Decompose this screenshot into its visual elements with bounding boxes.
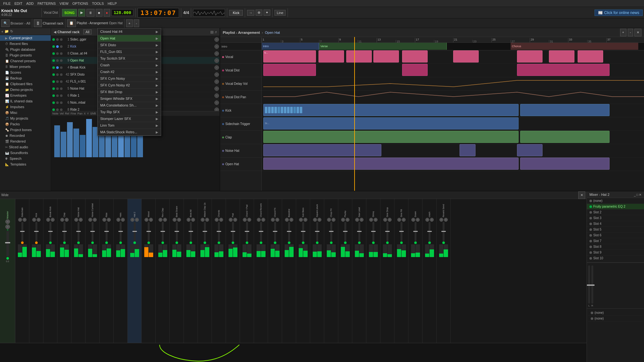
eq-slot-5[interactable]: Slot 5 bbox=[587, 227, 644, 233]
sidebar-item-envelopes[interactable]: 📈 Envelopes bbox=[0, 92, 51, 98]
sidebar-item-my-projects[interactable]: 🎵 My projects bbox=[0, 115, 51, 121]
strip-knob[interactable] bbox=[145, 218, 148, 222]
open-hat-clip[interactable] bbox=[263, 158, 519, 170]
strip-knob2[interactable] bbox=[346, 218, 349, 222]
mixer-strip-sidechain[interactable]: Sidechain bbox=[15, 199, 29, 343]
vocal-clip8[interactable] bbox=[549, 50, 574, 63]
sidebar-item-backup[interactable]: 💾 Backup bbox=[0, 75, 51, 81]
ch-knob[interactable] bbox=[214, 65, 219, 70]
strip-knob2[interactable] bbox=[360, 218, 363, 222]
strip-knob2[interactable] bbox=[416, 218, 420, 222]
fader-track[interactable] bbox=[120, 222, 122, 241]
strip-knob2[interactable] bbox=[79, 218, 83, 222]
dd-item-toy-scritch[interactable]: Toy Scritch SFX ▶ bbox=[98, 55, 161, 62]
fader-track[interactable] bbox=[35, 222, 37, 241]
eq-slot-7[interactable]: Slot 7 bbox=[587, 238, 644, 244]
strip-knob[interactable] bbox=[159, 218, 162, 222]
strip-knob2[interactable] bbox=[430, 218, 434, 222]
vocal-clip9[interactable] bbox=[578, 50, 603, 63]
strip-knob2[interactable] bbox=[177, 218, 181, 222]
dd-item-sfx-cym-noisy[interactable]: SFX Cym Noisy ▶ bbox=[98, 75, 161, 82]
fader-track[interactable] bbox=[429, 222, 431, 241]
sidebar-item-sliced-audio[interactable]: ✂ Sliced audio bbox=[0, 144, 51, 150]
sidebar-item-channel-presets[interactable]: 📋 Channel presets bbox=[0, 58, 51, 64]
fader-track[interactable] bbox=[415, 222, 416, 241]
sidebar-item-project-bones[interactable]: 🦴 Project bones bbox=[0, 127, 51, 133]
strip-knob2[interactable] bbox=[163, 218, 167, 222]
strip-knob[interactable] bbox=[397, 218, 401, 222]
strip-knob2[interactable] bbox=[149, 218, 153, 222]
strip-knob2[interactable] bbox=[318, 218, 321, 222]
fader-track[interactable] bbox=[330, 222, 332, 241]
strip-fader[interactable] bbox=[6, 231, 9, 256]
mixer-strip-kick[interactable]: Kick bbox=[29, 199, 43, 343]
menu-file[interactable]: FILE bbox=[1, 1, 12, 6]
strip-knob2[interactable] bbox=[402, 218, 406, 222]
fader-track[interactable] bbox=[148, 222, 150, 241]
arrow-icon[interactable]: → bbox=[247, 10, 254, 16]
strip-knob2[interactable] bbox=[93, 218, 97, 222]
dd-item-sfx-8bit[interactable]: SFX 8bit Drop ▶ bbox=[98, 89, 161, 95]
fader-track[interactable] bbox=[106, 222, 108, 241]
sidebar-item-soundfonts[interactable]: 🎹 Soundfonts bbox=[0, 150, 51, 156]
strip-knob2[interactable] bbox=[275, 218, 279, 222]
strip-knob2[interactable] bbox=[191, 218, 195, 222]
dd-item-smigen[interactable]: Smigen Whistle SFX ▶ bbox=[98, 95, 161, 102]
dd-item-open-hat[interactable]: Open Hat ▶ bbox=[98, 35, 161, 42]
arr-zoom-out[interactable]: - bbox=[628, 29, 633, 36]
vocal-clip3[interactable] bbox=[346, 50, 372, 63]
fader-track[interactable] bbox=[358, 222, 360, 241]
vdist-clip[interactable] bbox=[263, 64, 316, 76]
strip-knob[interactable] bbox=[131, 218, 134, 222]
mixer-strip-chop-fx[interactable]: Chop FX bbox=[324, 199, 338, 343]
ch-knob[interactable] bbox=[214, 51, 219, 56]
ch-knob[interactable] bbox=[214, 44, 219, 49]
mixer-strip-sine-fill[interactable]: Sine Fill bbox=[394, 199, 408, 343]
arr-zoom-in[interactable]: + bbox=[620, 29, 626, 36]
mixer-strip-beat-all[interactable]: Beat All bbox=[184, 199, 198, 343]
mixer-strip-plucky[interactable]: Plucky bbox=[338, 199, 352, 343]
arr-track-vocal-delay[interactable]: Vocal Delay Vol bbox=[220, 77, 261, 91]
sidebar-item-il-shared[interactable]: 📊 IL shared data bbox=[0, 98, 51, 104]
vocal-clip[interactable]: V... bbox=[263, 50, 316, 63]
sidebar-item-speech[interactable]: 🗣 Speech bbox=[0, 156, 51, 161]
mixer-strip-pad[interactable]: Pad bbox=[226, 199, 240, 343]
vdist-clip2[interactable] bbox=[402, 64, 428, 76]
strip-knob2[interactable] bbox=[303, 218, 307, 222]
eq-slot-2[interactable]: Slot 2 bbox=[587, 210, 644, 215]
strip-knob[interactable] bbox=[88, 218, 92, 222]
strip-knob2[interactable] bbox=[65, 218, 69, 222]
rp-fader-track2[interactable] bbox=[591, 265, 593, 304]
vocal-delay-clip[interactable] bbox=[263, 77, 644, 89]
strip-knob[interactable] bbox=[369, 218, 373, 222]
ch-knob[interactable] bbox=[214, 100, 219, 105]
mixer-close-btn[interactable]: ✕ bbox=[578, 191, 585, 199]
sidebar-item-clipboard[interactable]: 📋 Clipboard files bbox=[0, 81, 51, 87]
fader-track[interactable] bbox=[260, 222, 262, 241]
record-button[interactable]: ● bbox=[104, 9, 110, 17]
menu-view[interactable]: VIEW bbox=[58, 1, 71, 6]
mixer-strip-snare[interactable]: Snare bbox=[408, 199, 423, 343]
strip-knob[interactable] bbox=[173, 218, 176, 222]
dd-item-toy-rip[interactable]: Toy Rip SFX ▶ bbox=[98, 109, 161, 115]
sidebar-item-rendered[interactable]: 🎬 Rendered bbox=[0, 138, 51, 144]
eq-slot-none[interactable]: (none) bbox=[587, 198, 644, 204]
arr-track-open-hat[interactable]: Open Hat bbox=[220, 158, 261, 171]
strip-knob2[interactable] bbox=[261, 218, 265, 222]
strip-knob2[interactable] bbox=[332, 218, 335, 222]
sidebar-item-mixer-presets[interactable]: 🎚 Mixer presets bbox=[0, 64, 51, 70]
sidebar-item-demo-projects[interactable]: 📁 Demo projects bbox=[0, 87, 51, 92]
sidebar-item-templates[interactable]: 📐 Templates bbox=[0, 161, 51, 167]
arr-track-sidechain[interactable]: Sidechain Trigger bbox=[220, 117, 261, 131]
strip-knob[interactable] bbox=[32, 218, 36, 222]
sidebar-item-scores[interactable]: 📄 Scores bbox=[0, 70, 51, 75]
ch-knob[interactable] bbox=[214, 72, 219, 77]
strip-knob[interactable] bbox=[383, 218, 387, 222]
dd-item-ma-constellations[interactable]: MA Constellations Sh... ▶ bbox=[98, 102, 161, 109]
kick-clip[interactable] bbox=[263, 104, 519, 116]
strip-knob2[interactable] bbox=[374, 218, 378, 222]
eq-slot-fruity-eq[interactable]: Fruity parametric EQ 2 bbox=[587, 204, 644, 210]
mixer-strip-noise-hat[interactable]: Noise Hat bbox=[71, 199, 86, 343]
mixer-strip-rev-clap[interactable]: Rev Clap bbox=[156, 199, 170, 343]
arr-track-kick[interactable]: Kick bbox=[220, 104, 261, 117]
